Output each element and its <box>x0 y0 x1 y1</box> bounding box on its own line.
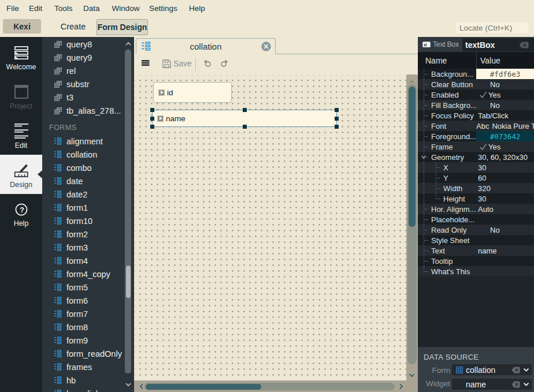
sidebar-item-welcome[interactable]: Welcome <box>0 46 42 75</box>
property-row-clear-button[interactable]: Clear ButtonNo <box>418 79 534 89</box>
navigator-item-form2[interactable]: form2 <box>42 227 134 241</box>
property-row-style-sheet[interactable]: Style Sheet <box>418 235 534 245</box>
navigator-item-form3[interactable]: form3 <box>42 241 134 254</box>
form-design-canvas[interactable]: id name <box>135 75 406 377</box>
navigator-item-form4-copy[interactable]: form4_copy <box>42 267 134 281</box>
navigator-item-hyperlink[interactable]: hyperlink <box>42 387 134 392</box>
navigator-item-form8[interactable]: form8 <box>42 320 134 334</box>
property-row-height[interactable]: Height30 <box>418 193 534 204</box>
property-row-placeholde[interactable]: Placeholde... <box>418 214 534 225</box>
expander-icon[interactable] <box>421 154 427 160</box>
navigator-item-form10[interactable]: form10 <box>42 214 134 227</box>
menu-settings[interactable]: Settings <box>149 4 177 13</box>
resize-handle-sw[interactable] <box>150 125 154 129</box>
menu-file[interactable]: File <box>6 4 19 13</box>
resize-handle-nw[interactable] <box>150 108 154 112</box>
navigator-item-form9[interactable]: form9 <box>42 334 134 347</box>
property-row-read-only[interactable]: Read OnlyNo <box>418 225 534 235</box>
save-button[interactable]: Save <box>162 59 192 68</box>
navigator-item-combo[interactable]: combo <box>42 161 134 174</box>
property-row-foreground[interactable]: Foreground...#073642#073642 <box>418 131 534 141</box>
tab-form-design[interactable]: Form Design <box>97 19 148 35</box>
navigator-item-query9[interactable]: query9 <box>42 51 134 64</box>
chevron-down-icon[interactable] <box>522 367 530 373</box>
navigator-item-date2[interactable]: date2 <box>42 188 134 201</box>
canvas-hscrollbar-thumb[interactable] <box>146 384 261 390</box>
scroll-down-icon[interactable] <box>125 382 132 387</box>
close-tab-icon[interactable] <box>261 42 271 51</box>
canvas-vscrollbar-thumb[interactable] <box>409 87 416 227</box>
property-row-x[interactable]: X30 <box>418 162 534 173</box>
navigator-item-form4[interactable]: form4 <box>42 254 134 267</box>
navigator-item-form6[interactable]: form6 <box>42 294 134 307</box>
navigator-scrollbar-track[interactable] <box>125 49 131 374</box>
resize-handle-n[interactable] <box>243 108 247 112</box>
textbox-widget-name[interactable]: name <box>152 110 337 127</box>
navigator-item-hb[interactable]: hb <box>42 374 134 387</box>
property-row-text[interactable]: Textname <box>418 245 534 256</box>
canvas-scroll-right-icon[interactable] <box>399 383 403 390</box>
tab-kexi[interactable]: Kexi <box>3 19 41 33</box>
navigator-item-form7[interactable]: form7 <box>42 307 134 320</box>
canvas-scroll-up-icon[interactable] <box>409 80 415 84</box>
clear-icon[interactable] <box>519 42 529 48</box>
navigator-scrollbar[interactable] <box>125 37 131 392</box>
column-divider[interactable] <box>476 52 477 69</box>
property-row-font[interactable]: FontAbcNokia Pure Text <box>418 121 534 131</box>
chevron-down-icon[interactable] <box>522 381 530 387</box>
menu-help[interactable]: Help <box>189 4 205 13</box>
tab-create[interactable]: Create <box>51 19 95 33</box>
navigator-item-t3[interactable]: t3 <box>42 91 134 104</box>
menu-tools[interactable]: Tools <box>54 4 73 13</box>
property-row-width[interactable]: Width320 <box>418 183 534 193</box>
property-row-geometry[interactable]: Geometry30, 60, 320x30 <box>418 152 534 162</box>
navigator-item-form1[interactable]: form1 <box>42 201 134 214</box>
property-row-enabled[interactable]: EnabledYes <box>418 89 534 100</box>
navigator-item-date[interactable]: date <box>42 174 134 188</box>
sidebar-item-project[interactable]: Project <box>0 85 42 114</box>
document-tab-collation[interactable]: collation <box>136 38 276 54</box>
navigator-item-alignment[interactable]: alignment <box>42 135 134 148</box>
property-row-focus-policy[interactable]: Focus PolicyTab/Click <box>418 110 534 121</box>
sidebar-item-design[interactable]: Design <box>0 155 42 194</box>
navigator-item-collation[interactable]: collation <box>42 148 134 161</box>
textbox-widget-id[interactable]: id <box>153 82 232 103</box>
navigator-item-form-readOnly[interactable]: form_readOnly <box>42 347 134 360</box>
resize-handle-se[interactable] <box>335 125 339 129</box>
navigator-item-rel[interactable]: rel <box>42 64 134 77</box>
undo-icon[interactable] <box>204 59 212 67</box>
sidebar-item-edit[interactable]: Edit <box>0 124 42 152</box>
locate-input[interactable] <box>456 23 528 33</box>
resize-handle-e[interactable] <box>335 117 339 121</box>
redo-icon[interactable] <box>220 59 228 67</box>
menu-window[interactable]: Window <box>112 4 140 13</box>
resize-handle-ne[interactable] <box>335 108 339 112</box>
property-row-what-s-this[interactable]: What's This <box>418 266 534 277</box>
hamburger-menu-icon[interactable] <box>142 60 150 66</box>
menu-data[interactable]: Data <box>83 4 100 13</box>
property-row-hor-alignm[interactable]: Hor. Alignm...Auto <box>418 204 534 214</box>
property-row-backgroun[interactable]: Backgroun...#fdf6e3#fdf6e3 <box>418 69 534 79</box>
navigator-item-form5[interactable]: form5 <box>42 281 134 294</box>
scroll-up-icon[interactable] <box>125 41 132 46</box>
navigator-item-substr[interactable]: substr <box>42 77 134 91</box>
form-combo[interactable]: collation <box>452 364 532 375</box>
navigator-scrollbar-thumb[interactable] <box>126 266 131 298</box>
menu-edit[interactable]: Edit <box>29 4 42 13</box>
property-row-frame[interactable]: FrameYes <box>418 141 534 152</box>
resize-handle-w[interactable] <box>150 117 154 121</box>
sidebar-item-help[interactable]: ?Help <box>0 203 42 232</box>
navigator-item-query8[interactable]: query8 <box>42 38 134 51</box>
object-name-combo[interactable]: textBox <box>462 38 534 51</box>
navigator-item-frames[interactable]: frames <box>42 360 134 374</box>
property-row-tooltip[interactable]: Tooltip <box>418 256 534 266</box>
property-row-y[interactable]: Y60 <box>418 173 534 183</box>
widget-combo[interactable]: name <box>452 379 532 390</box>
navigator-item-tb-alias-278-[interactable]: tb_alias_278... <box>42 104 134 117</box>
clear-icon[interactable] <box>511 367 520 374</box>
clear-icon[interactable] <box>511 381 520 388</box>
property-row-fill-backgro[interactable]: Fill Backgro...No <box>418 100 534 110</box>
canvas-scroll-left-icon[interactable] <box>139 383 144 390</box>
canvas-scroll-down-icon[interactable] <box>409 373 415 378</box>
resize-handle-s[interactable] <box>243 125 247 129</box>
